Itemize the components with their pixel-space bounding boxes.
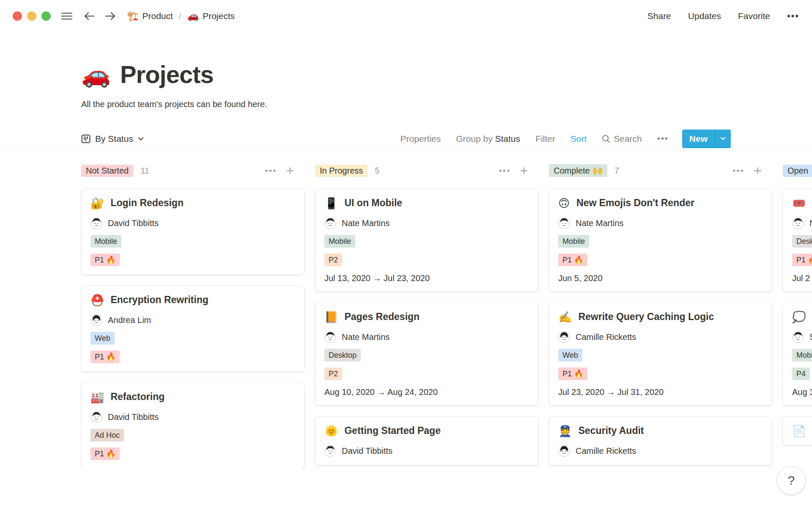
- forward-arrow-icon: [105, 11, 116, 21]
- card-rewrite-query-caching-logic[interactable]: ✍️Rewrite Query Caching Logic Camille Ri…: [549, 303, 772, 406]
- platform-tag: Desktop: [792, 235, 812, 248]
- card-ui-on-mobile[interactable]: 📱UI on Mobile Nate Martins Mobile P2 Jul…: [315, 189, 538, 292]
- group-by-label: Group by: [456, 134, 492, 144]
- lock-icon: 🔐: [91, 198, 104, 209]
- priority-tag: P4: [792, 367, 810, 380]
- sort-button[interactable]: Sort: [571, 134, 587, 144]
- properties-button[interactable]: Properties: [401, 134, 441, 144]
- avatar: [324, 445, 336, 457]
- column-more-icon[interactable]: •••: [499, 166, 510, 176]
- page-icon-car[interactable]: 🚗: [81, 63, 111, 86]
- card-partial-1[interactable]: 🎟️P N Desktop P1 🔥 Jul 2: [783, 189, 812, 292]
- card-assignee: David Tibbitts: [91, 411, 295, 423]
- card-assignee: David Tibbitts: [324, 445, 529, 457]
- view-more-options-icon[interactable]: •••: [657, 134, 669, 144]
- assignee-name: Camille Ricketts: [576, 332, 636, 342]
- ticket-icon: 🎟️: [792, 198, 806, 209]
- card-assignee: Camille Ricketts: [558, 445, 763, 457]
- back-button[interactable]: [84, 11, 95, 21]
- help-button[interactable]: ?: [777, 467, 805, 494]
- column-count: 11: [140, 166, 149, 176]
- card-new-emojis-dont-render[interactable]: 🙃New Emojis Don't Render Nate Martins Mo…: [549, 189, 772, 292]
- avatar: [324, 217, 336, 229]
- status-badge[interactable]: Not Started: [81, 165, 133, 177]
- breadcrumb: 🏗️ Product / 🚗 Projects: [127, 11, 235, 22]
- minimize-window-button[interactable]: [27, 11, 36, 21]
- assignee-name: Andrea Lim: [108, 315, 151, 325]
- card-assignee: Nate Martins: [324, 217, 529, 229]
- column-more-icon[interactable]: •••: [732, 166, 744, 176]
- share-button[interactable]: Share: [647, 11, 671, 21]
- breadcrumb-item-projects[interactable]: 🚗 Projects: [187, 11, 235, 22]
- close-window-button[interactable]: [13, 11, 22, 21]
- card-title: Refactoring: [110, 391, 165, 403]
- new-button-label: New: [682, 130, 715, 148]
- updates-button[interactable]: Updates: [688, 11, 721, 21]
- priority-tag: P1 🔥: [91, 447, 120, 460]
- priority-tag: P2: [324, 367, 342, 380]
- card-security-audit[interactable]: 👮Security Audit Camille Ricketts: [549, 417, 772, 465]
- card-date: Jul 2: [792, 273, 812, 283]
- writing-hand-icon: ✍️: [558, 312, 572, 323]
- column-more-icon[interactable]: •••: [265, 166, 277, 176]
- search-button[interactable]: Search: [602, 134, 642, 144]
- card-assignee: Camille Ricketts: [558, 331, 763, 343]
- kanban-board: Not Started 11 ••• + 🔐Login Redesign Dav…: [0, 163, 812, 469]
- factory-icon: 🏭: [91, 392, 104, 403]
- column-add-icon[interactable]: +: [286, 164, 294, 177]
- avatar: [91, 217, 102, 229]
- priority-tag: P1 🔥: [558, 254, 587, 266]
- search-icon: [602, 135, 610, 143]
- breadcrumb-label: Projects: [203, 11, 235, 21]
- card-title: Security Audit: [578, 425, 644, 436]
- card-getting-started-page[interactable]: 🌞Getting Started Page David Tibbitts: [315, 417, 538, 465]
- chevron-down-icon: [138, 137, 144, 141]
- card-date-range: Aug 10, 2020 → Aug 24, 2020: [324, 387, 529, 397]
- priority-tag: P1 🔥: [91, 351, 120, 363]
- zoom-window-button[interactable]: [41, 11, 51, 21]
- priority-tag: P1 🔥: [792, 254, 812, 266]
- new-button[interactable]: New: [682, 130, 731, 148]
- page-icon: 📄: [792, 425, 806, 436]
- card-title: Encryption Rewriting: [110, 294, 208, 306]
- priority-tag: P1 🔥: [558, 367, 587, 380]
- assignee-name: Nate Martins: [342, 218, 390, 228]
- card-partial-2[interactable]: 💭C S Mobile P4 Aug 3: [783, 303, 812, 406]
- assignee-name: David Tibbitts: [108, 412, 159, 422]
- breadcrumb-item-product[interactable]: 🏗️ Product: [127, 11, 173, 22]
- new-dropdown-button[interactable]: [715, 130, 731, 148]
- column-count: 7: [614, 166, 619, 176]
- traffic-lights: [13, 11, 51, 21]
- view-switcher[interactable]: By Status: [81, 134, 144, 144]
- card-pages-redesign[interactable]: 📙Pages Redesign Nate Martins Desktop P2 …: [315, 303, 538, 406]
- status-badge[interactable]: In Progress: [315, 165, 368, 177]
- group-by-button[interactable]: Group by Status: [456, 134, 520, 144]
- avatar: [792, 217, 804, 229]
- platform-tag: Web: [558, 349, 582, 362]
- upside-down-face-icon: 🙃: [558, 198, 570, 209]
- crane-icon: 🏗️: [127, 11, 138, 22]
- more-options-icon[interactable]: •••: [787, 11, 799, 22]
- favorite-button[interactable]: Favorite: [738, 11, 770, 21]
- card-title: Pages Redesign: [344, 311, 420, 323]
- card-title: Getting Started Page: [344, 425, 440, 436]
- sidebar-menu-button[interactable]: [61, 11, 73, 21]
- card-login-redesign[interactable]: 🔐Login Redesign David Tibbitts Mobile P1…: [81, 189, 304, 275]
- card-date: Jun 5, 2020: [558, 273, 763, 283]
- view-toolbar: By Status Properties Group by Status Fil…: [0, 127, 812, 151]
- status-badge[interactable]: Complete 🙌: [549, 164, 607, 177]
- forward-button[interactable]: [105, 11, 116, 21]
- card-partial-3[interactable]: 📄N: [783, 417, 812, 445]
- chevron-down-icon: [720, 137, 726, 141]
- assignee-name: S: [809, 332, 812, 342]
- column-add-icon[interactable]: +: [520, 164, 528, 177]
- card-encryption-rewriting[interactable]: ⛑️Encryption Rewriting Andrea Lim Web P1…: [81, 286, 304, 372]
- card-assignee: S: [792, 331, 812, 343]
- status-badge[interactable]: Open: [783, 165, 812, 177]
- card-assignee: David Tibbitts: [91, 217, 295, 229]
- filter-button[interactable]: Filter: [535, 134, 555, 144]
- column-add-icon[interactable]: +: [754, 164, 762, 177]
- column-not-started: Not Started 11 ••• + 🔐Login Redesign Dav…: [81, 163, 304, 469]
- card-refactoring[interactable]: 🏭Refactoring David Tibbitts Ad Hoc P1 🔥: [81, 383, 304, 469]
- question-mark-icon: ?: [788, 473, 795, 488]
